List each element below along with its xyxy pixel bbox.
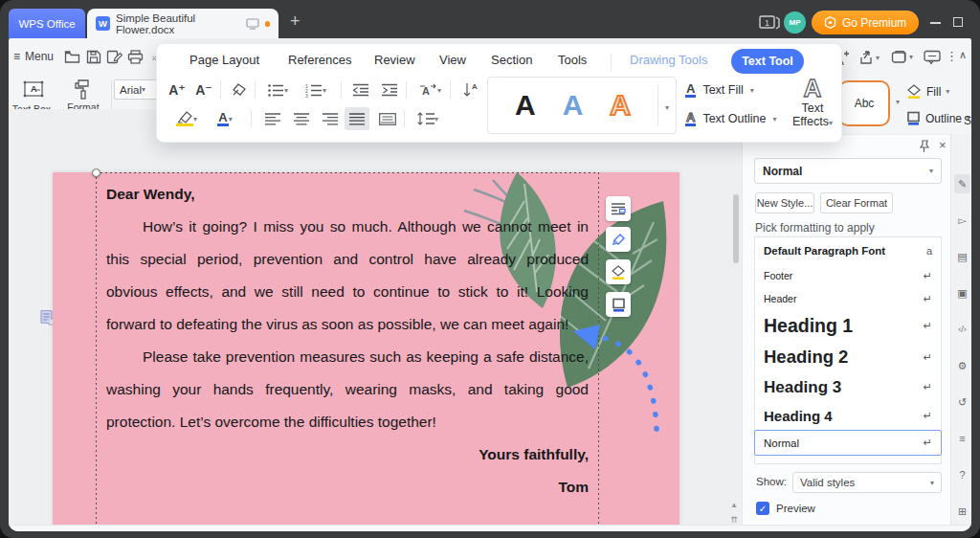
style-item-heading-3[interactable]: Heading 3↵ — [755, 372, 941, 402]
collapse-ribbon-button[interactable]: ∧ — [959, 49, 967, 61]
scroll-up-button[interactable]: ▴ — [727, 500, 741, 509]
text-fill-button[interactable]: A Text Fill — [685, 82, 754, 98]
style-item-heading-2[interactable]: Heading 2↵ — [755, 342, 941, 372]
pages-tool-icon[interactable]: ▤ — [954, 247, 970, 266]
page[interactable]: Dear Wendy, How’s it going? I miss you s… — [53, 172, 679, 531]
save-button[interactable] — [84, 48, 102, 66]
close-panel-button[interactable]: × — [939, 138, 947, 152]
wordart-more-button[interactable] — [658, 97, 676, 114]
export-button[interactable] — [891, 50, 913, 64]
text-fill-icon: A — [685, 82, 696, 98]
tab-text-tool[interactable]: Text Tool — [731, 49, 804, 74]
shape-fill-button[interactable]: Fill — [906, 84, 949, 99]
highlight-color-button[interactable] — [170, 107, 203, 130]
wordart-style-plain[interactable]: A — [515, 91, 536, 120]
menu-button[interactable]: ≡ Menu — [13, 50, 54, 63]
tab-view[interactable]: View — [439, 53, 466, 67]
code-tool-icon[interactable]: ‹/› — [954, 320, 970, 339]
more-options-button[interactable]: ⋮ — [946, 49, 958, 63]
shape-outline-button[interactable]: Outline — [906, 111, 970, 125]
distribute-button[interactable] — [375, 107, 400, 130]
document-canvas[interactable]: ▾ Dear Wen — [9, 109, 742, 531]
style-item-footer[interactable]: Footer↵ — [755, 264, 941, 287]
open-file-button[interactable] — [63, 48, 81, 66]
text-outline-button[interactable]: A Text Outline — [685, 111, 776, 126]
bullet-list-button[interactable] — [262, 78, 293, 101]
clear-format-icon-button[interactable] — [228, 78, 253, 101]
line-spacing-button[interactable] — [412, 107, 444, 130]
style-item-header[interactable]: Header↵ — [755, 287, 941, 310]
decrease-font-button[interactable] — [191, 78, 216, 101]
share-button[interactable] — [858, 50, 880, 65]
maximize-button[interactable] — [953, 17, 963, 27]
minimize-button[interactable] — [930, 22, 941, 24]
tab-section[interactable]: Section — [491, 53, 532, 67]
text-direction-button[interactable]: A — [413, 78, 446, 101]
help-tool-icon[interactable]: ? — [954, 465, 970, 484]
new-style-button[interactable]: New Style... — [755, 192, 814, 213]
pin-panel-icon[interactable] — [918, 140, 930, 153]
numbered-list-button[interactable]: 123 — [301, 78, 331, 101]
decrease-indent-button[interactable] — [348, 78, 373, 101]
wordart-style-orange-outline[interactable]: A — [610, 91, 631, 120]
previous-page-button[interactable]: ⇈ — [727, 515, 741, 525]
svg-text:1: 1 — [765, 18, 769, 28]
comment-button[interactable] — [924, 50, 941, 64]
increase-indent-button[interactable] — [377, 78, 402, 101]
writer-doc-icon: W — [96, 16, 110, 31]
sort-button[interactable]: A — [457, 78, 482, 101]
style-item-heading-1[interactable]: Heading 1↵ — [755, 310, 941, 342]
wordart-style-blue[interactable]: A — [563, 91, 584, 120]
font-color-button[interactable]: A — [211, 107, 239, 130]
history-tool-icon[interactable]: ↺ — [954, 392, 970, 412]
align-left-button[interactable] — [260, 107, 285, 130]
clear-format-button[interactable]: Clear Format — [820, 192, 893, 213]
tab-references[interactable]: References — [288, 53, 351, 67]
current-style-select[interactable]: Normal — [754, 158, 942, 184]
go-premium-button[interactable]: Go Premium — [812, 11, 919, 34]
monitor-icon[interactable] — [246, 18, 259, 30]
wrap-text-mini-button[interactable] — [606, 196, 631, 221]
text-effects-icon: A — [804, 74, 822, 102]
shape-style-sample[interactable]: Abc — [838, 80, 890, 126]
selection-handle[interactable] — [92, 168, 100, 177]
print-button[interactable] — [126, 48, 145, 66]
brush-mini-button[interactable] — [606, 227, 631, 252]
style-item-heading-4[interactable]: Heading 4↵ — [755, 402, 941, 430]
tab-page-layout[interactable]: Page Layout — [189, 53, 259, 67]
textbox-border-left[interactable] — [96, 172, 97, 531]
tab-tools[interactable]: Tools — [558, 53, 587, 67]
save-as-button[interactable] — [105, 48, 123, 66]
outline-mini-button[interactable] — [606, 292, 631, 317]
select-tool-icon[interactable]: ▻ — [954, 211, 970, 230]
document-tab[interactable]: W Simple Beautiful Flower.docx — [87, 9, 278, 38]
tab-review[interactable]: Review — [374, 53, 415, 67]
list-tool-icon[interactable]: ≡ — [954, 429, 970, 448]
shape-style-more-button[interactable]: ▾ — [896, 98, 900, 106]
vertical-scrollbar[interactable] — [733, 194, 739, 263]
align-center-button[interactable] — [289, 107, 314, 130]
increase-font-button[interactable] — [165, 78, 189, 101]
wordart-gallery[interactable]: A A A — [487, 77, 677, 134]
window-count-icon[interactable]: 1 — [758, 14, 781, 32]
style-item-default-paragraph-font[interactable]: Default Paragraph Fonta — [755, 237, 941, 264]
justify-button[interactable] — [345, 107, 369, 130]
style-item-normal-selected[interactable]: Normal↵ — [754, 430, 942, 456]
text-effects-button[interactable]: A Text Effects — [784, 76, 841, 128]
fill-mini-button[interactable] — [606, 259, 631, 284]
lock-tool-icon[interactable]: ▣ — [954, 283, 970, 303]
new-tab-button[interactable]: + — [290, 12, 301, 30]
tab-drawing-tools[interactable]: Drawing Tools — [630, 53, 707, 67]
shape-effects-label[interactable]: Shape — [964, 114, 971, 127]
letter-text[interactable]: Dear Wendy, How’s it going? I miss you s… — [106, 178, 589, 504]
settings-tool-icon[interactable]: ⚙ — [954, 356, 970, 375]
pen-tool-icon[interactable]: ✎ — [954, 174, 970, 193]
wps-office-tab[interactable]: WPS Office — [9, 9, 85, 38]
svg-text:A: A — [31, 84, 37, 94]
show-styles-select[interactable]: Valid styles — [792, 472, 942, 493]
user-avatar[interactable]: MP — [784, 11, 806, 34]
textbox-border-top[interactable] — [96, 172, 599, 173]
align-right-button[interactable] — [318, 107, 343, 130]
preview-checkbox[interactable] — [756, 502, 769, 515]
grid-tool-icon[interactable]: ⊞ — [954, 502, 970, 521]
